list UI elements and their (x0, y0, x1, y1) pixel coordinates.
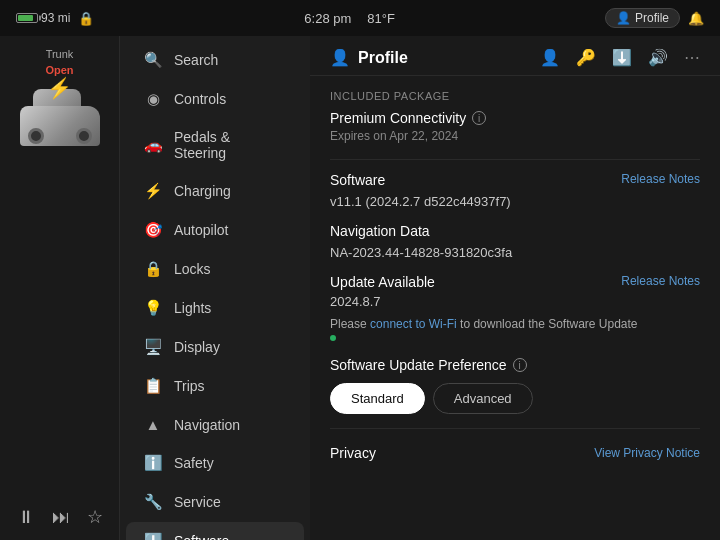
page-title: Profile (358, 49, 408, 67)
bottom-controls: ⏸ ⏭ ☆ (0, 506, 119, 528)
status-right: 👤 Profile 🔔 (605, 8, 704, 28)
software-release-link[interactable]: Release Notes (621, 172, 700, 186)
content-title: 👤 Profile (330, 48, 408, 67)
privacy-label: Privacy (330, 445, 376, 461)
connectivity-title: Premium Connectivity (330, 110, 466, 126)
sidebar-label-controls: Controls (174, 91, 226, 107)
sidebar-label-autopilot: Autopilot (174, 222, 228, 238)
sidebar-item-autopilot[interactable]: 🎯 Autopilot (126, 211, 304, 249)
wifi-notice: Please connect to Wi-Fi to download the … (330, 317, 700, 331)
preference-row: Software Update Preference i (330, 357, 700, 373)
header-icons: 👤 🔑 ⬇️ 🔊 ⋯ (540, 48, 700, 67)
pause-button[interactable]: ⏸ (17, 507, 35, 528)
sidebar-item-trips[interactable]: 📋 Trips (126, 367, 304, 405)
navigation-data-label: Navigation Data (330, 223, 430, 239)
download-icon: ⬇️ (612, 48, 632, 67)
menu-dots-icon: ⋯ (684, 48, 700, 67)
status-bar: 93 mi 🔒 6:28 pm 81°F 👤 Profile 🔔 (0, 0, 720, 36)
person-icon: 👤 (540, 48, 560, 67)
charging-icon: ⚡ (144, 182, 162, 200)
controls-icon: ◉ (144, 90, 162, 108)
service-icon: 🔧 (144, 493, 162, 511)
display-icon: 🖥️ (144, 338, 162, 356)
car-panel: Trunk Open ⚡ ⏸ ⏭ ☆ (0, 36, 120, 540)
profile-icon: 👤 (616, 11, 631, 25)
sidebar-item-lights[interactable]: 💡 Lights (126, 289, 304, 327)
sidebar-label-pedals: Pedals & Steering (174, 129, 286, 161)
update-value: 2024.8.7 (330, 294, 700, 309)
update-release-link[interactable]: Release Notes (621, 274, 700, 288)
sidebar-item-search[interactable]: 🔍 Search (126, 41, 304, 79)
safety-icon: ℹ️ (144, 454, 162, 472)
sidebar-item-navigation[interactable]: ▲ Navigation (126, 406, 304, 443)
preference-buttons: Standard Advanced (330, 383, 700, 414)
status-indicator (330, 335, 336, 341)
wifi-link[interactable]: connect to Wi-Fi (370, 317, 457, 331)
profile-badge[interactable]: 👤 Profile (605, 8, 680, 28)
trunk-status: Open (45, 64, 73, 76)
autopilot-icon: 🎯 (144, 221, 162, 239)
included-label: Included package (330, 90, 700, 102)
locks-icon: 🔒 (144, 260, 162, 278)
update-label: Update Available (330, 274, 435, 290)
preference-info-icon[interactable]: i (513, 358, 527, 372)
content-header: 👤 Profile 👤 🔑 ⬇️ 🔊 ⋯ (310, 36, 720, 76)
sidebar-item-safety[interactable]: ℹ️ Safety (126, 444, 304, 482)
favorite-button[interactable]: ☆ (87, 506, 103, 528)
software-row: Software Release Notes (330, 172, 700, 188)
sidebar-item-controls[interactable]: ◉ Controls (126, 80, 304, 118)
lock-icon: 🔒 (78, 11, 94, 26)
connectivity-row: Premium Connectivity i (330, 110, 700, 126)
sidebar-label-lights: Lights (174, 300, 211, 316)
battery-text: 93 mi (41, 11, 70, 25)
sidebar-label-software: Software (174, 533, 229, 540)
profile-section: Included package Premium Connectivity i … (310, 76, 720, 475)
advanced-button[interactable]: Advanced (433, 383, 533, 414)
sidebar-label-navigation: Navigation (174, 417, 240, 433)
main-container: Trunk Open ⚡ ⏸ ⏭ ☆ 🔍 Search ◉ Controls 🚗… (0, 36, 720, 540)
status-center: 6:28 pm 81°F (304, 11, 395, 26)
time-display: 6:28 pm (304, 11, 351, 26)
profile-title-icon: 👤 (330, 48, 350, 67)
navigation-icon: ▲ (144, 416, 162, 433)
trunk-label: Trunk (46, 48, 74, 60)
sidebar-item-software[interactable]: ⬇️ Software (126, 522, 304, 540)
status-left: 93 mi 🔒 (16, 11, 94, 26)
software-label: Software (330, 172, 385, 188)
skip-button[interactable]: ⏭ (52, 507, 70, 528)
sidebar-item-locks[interactable]: 🔒 Locks (126, 250, 304, 288)
privacy-row: Privacy View Privacy Notice (330, 441, 700, 461)
profile-label: Profile (635, 11, 669, 25)
sidebar-item-pedals[interactable]: 🚗 Pedals & Steering (126, 119, 304, 171)
expires-text: Expires on Apr 22, 2024 (330, 129, 700, 143)
navigation-data-row: Navigation Data (330, 223, 700, 239)
divider-2 (330, 428, 700, 429)
sidebar: 🔍 Search ◉ Controls 🚗 Pedals & Steering … (120, 36, 310, 540)
software-icon: ⬇️ (144, 532, 162, 540)
sidebar-label-search: Search (174, 52, 218, 68)
notification-icon: 🔔 (688, 11, 704, 26)
standard-button[interactable]: Standard (330, 383, 425, 414)
content-area: 👤 Profile 👤 🔑 ⬇️ 🔊 ⋯ Included package Pr… (310, 36, 720, 540)
trips-icon: 📋 (144, 377, 162, 395)
sidebar-item-display[interactable]: 🖥️ Display (126, 328, 304, 366)
temperature-display: 81°F (367, 11, 395, 26)
sidebar-label-charging: Charging (174, 183, 231, 199)
sidebar-label-trips: Trips (174, 378, 205, 394)
wifi-notice-prefix: Please (330, 317, 367, 331)
search-icon: 🔍 (144, 51, 162, 69)
sidebar-label-safety: Safety (174, 455, 214, 471)
preference-label: Software Update Preference (330, 357, 507, 373)
navigation-data-value: NA-2023.44-14828-931820c3fa (330, 245, 700, 260)
wifi-notice-suffix: to download the Software Update (460, 317, 637, 331)
privacy-link[interactable]: View Privacy Notice (594, 446, 700, 460)
pedals-icon: 🚗 (144, 136, 162, 154)
battery-indicator: 93 mi (16, 11, 70, 25)
divider-1 (330, 159, 700, 160)
software-value: v11.1 (2024.2.7 d522c44937f7) (330, 194, 700, 209)
sidebar-item-charging[interactable]: ⚡ Charging (126, 172, 304, 210)
key-icon: 🔑 (576, 48, 596, 67)
sidebar-label-service: Service (174, 494, 221, 510)
sidebar-item-service[interactable]: 🔧 Service (126, 483, 304, 521)
connectivity-info-icon[interactable]: i (472, 111, 486, 125)
